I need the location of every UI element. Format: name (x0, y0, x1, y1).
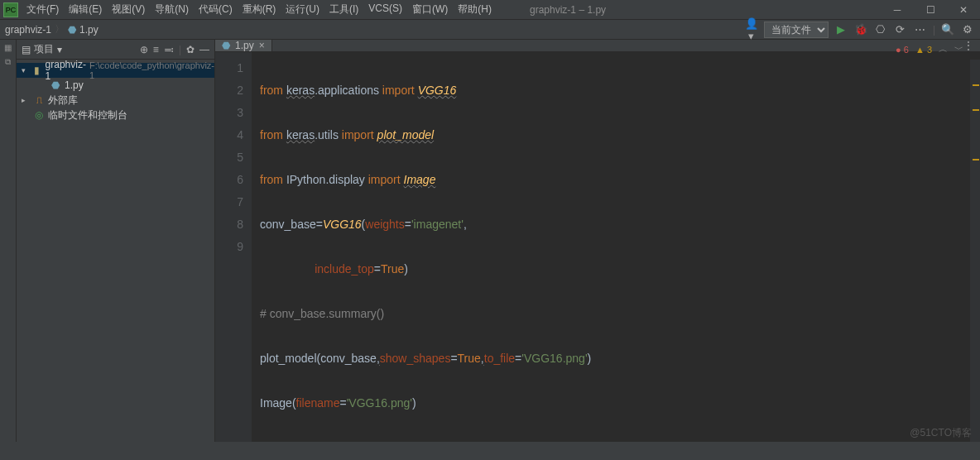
menu-edit[interactable]: 编辑(E) (64, 2, 107, 17)
menu-run[interactable]: 运行(U) (281, 2, 324, 17)
breadcrumb-file[interactable]: 1.py (79, 24, 98, 36)
scratch-icon: ◎ (33, 109, 45, 121)
search-icon[interactable]: 🔍 (940, 23, 955, 36)
chevron-right-icon: 〉 (55, 22, 65, 36)
menu-file[interactable]: 文件(F) (22, 2, 64, 17)
main-menu: 文件(F) 编辑(E) 视图(V) 导航(N) 代码(C) 重构(R) 运行(U… (22, 2, 497, 17)
coverage-button[interactable]: ⎔ (873, 23, 888, 36)
navbar: graphviz-1 〉 ⬣ 1.py 👤▾ 当前文件 ▶ 🐞 ⎔ ⟳ ⋯ | … (0, 20, 980, 40)
menu-navigate[interactable]: 导航(N) (150, 2, 194, 17)
python-file-icon: ⬣ (222, 40, 230, 51)
menu-tools[interactable]: 工具(I) (324, 2, 363, 17)
code-content[interactable]: from keras.applications import VGG16 fro… (252, 52, 980, 460)
menu-refactor[interactable]: 重构(R) (238, 2, 281, 17)
error-stripe[interactable] (970, 60, 980, 442)
tab-close-icon[interactable]: × (259, 40, 265, 51)
breadcrumb: graphviz-1 〉 ⬣ 1.py (5, 22, 98, 36)
tab-file[interactable]: ⬣ 1.py × (215, 40, 272, 51)
app-icon: PC (3, 2, 18, 17)
run-button[interactable]: ▶ (833, 23, 848, 36)
menu-view[interactable]: 视图(V) (107, 2, 150, 17)
tab-label: 1.py (235, 40, 254, 51)
project-tool-icon[interactable]: ▦ (4, 43, 12, 52)
hide-panel-icon[interactable]: — (199, 44, 209, 55)
status-bar (0, 442, 980, 460)
window-title: graphviz-1 – 1.py (497, 4, 881, 16)
editor: ⬣ 1.py × ⋮ ● 6 ▲ 3 ︿ ﹀ 123 456 789 from … (215, 40, 980, 442)
user-icon[interactable]: 👤▾ (744, 17, 759, 42)
folder-icon: ▮ (32, 65, 42, 76)
project-tree: ▾▮ graphviz-1 F:\code\code_python\graphv… (17, 60, 214, 126)
sidebar-title: ▤ 项目 ▾ (22, 42, 62, 56)
editor-tabs: ⬣ 1.py × ⋮ (215, 40, 980, 52)
breadcrumb-project[interactable]: graphviz-1 (5, 24, 51, 36)
project-sidebar: ▤ 项目 ▾ ⊕ ≡ ≕ | ✿ — ▾▮ graphviz-1 F:\code… (17, 40, 215, 442)
tree-external-libs[interactable]: ▸⎍ 外部库 (17, 93, 214, 108)
run-config-select[interactable]: 当前文件 (764, 22, 829, 38)
menu-window[interactable]: 窗口(W) (407, 2, 453, 17)
profile-button[interactable]: ⟳ (893, 23, 908, 36)
tree-scratches[interactable]: ◎ 临时文件和控制台 (17, 108, 214, 122)
structure-tool-icon[interactable]: ⧉ (5, 57, 11, 67)
more-run-icon[interactable]: ⋯ (913, 23, 928, 36)
menu-vcs[interactable]: VCS(S) (363, 2, 407, 17)
line-gutter: 123 456 789 (215, 52, 252, 460)
tree-root[interactable]: ▾▮ graphviz-1 F:\code\code_python\graphv… (17, 63, 214, 78)
code-area[interactable]: 123 456 789 from keras.applications impo… (215, 52, 980, 460)
settings-icon[interactable]: ⚙ (960, 23, 975, 36)
collapse-all-icon[interactable]: ≕ (164, 44, 174, 55)
python-file-icon: ⬣ (68, 24, 76, 36)
settings-gear-icon[interactable]: ✿ (186, 44, 195, 55)
select-opened-icon[interactable]: ⊕ (140, 44, 148, 55)
debug-button[interactable]: 🐞 (853, 23, 868, 36)
left-tool-strip: ▦ ⧉ (0, 40, 17, 442)
menu-code[interactable]: 代码(C) (194, 2, 238, 17)
expand-all-icon[interactable]: ≡ (153, 44, 159, 55)
python-file-icon: ⬣ (50, 79, 61, 91)
library-icon: ⎍ (33, 94, 45, 106)
menu-help[interactable]: 帮助(H) (453, 2, 497, 17)
watermark: @51CTO博客 (910, 426, 972, 440)
